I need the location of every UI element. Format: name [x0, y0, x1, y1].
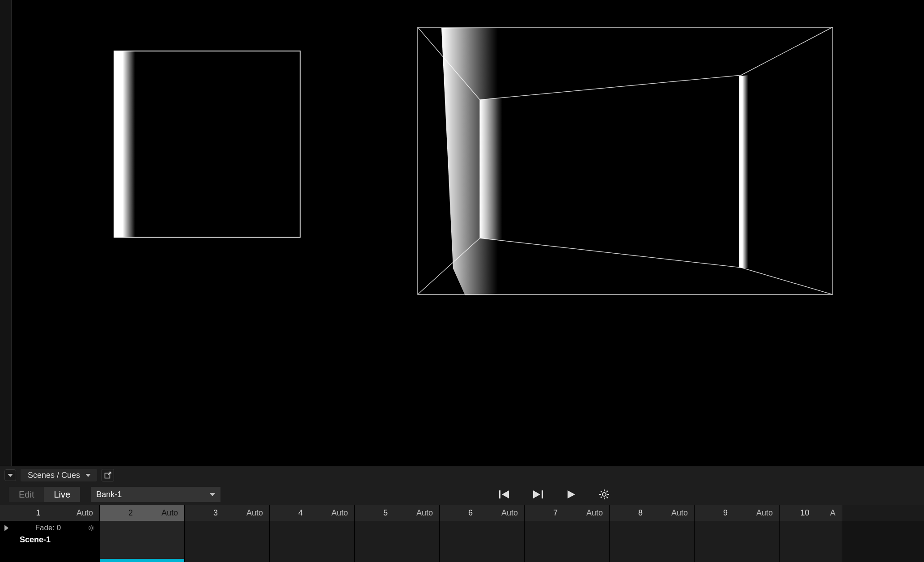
cue-cell[interactable] [355, 521, 440, 562]
svg-marker-12 [533, 490, 540, 498]
scene-name-label: Scene-1 [4, 535, 95, 545]
live-mode-label: Live [54, 490, 70, 500]
panel-disclosure-button[interactable] [4, 469, 16, 481]
settings-button[interactable] [598, 489, 611, 500]
cue-header-cell[interactable]: 8 Auto [610, 505, 695, 521]
cue-cell[interactable] [610, 521, 695, 562]
play-icon[interactable] [4, 525, 8, 531]
panel-title-label: Scenes / Cues [28, 471, 80, 480]
svg-marker-8 [739, 75, 748, 268]
left-rail [0, 0, 12, 466]
svg-line-20 [601, 491, 602, 492]
transport-controls [498, 489, 611, 500]
cue-header-cell[interactable]: 6 Auto [440, 505, 525, 521]
viewport-right[interactable] [409, 0, 924, 466]
cue-col-number: 7 [525, 508, 586, 518]
go-to-start-button[interactable] [498, 490, 512, 499]
cue-cell[interactable] [525, 521, 610, 562]
gear-icon[interactable] [88, 524, 95, 532]
cue-col-auto: A [830, 508, 835, 518]
play-icon [566, 490, 576, 499]
cue-row: Fade: 0 Scene-1 [0, 521, 924, 562]
cue-cell[interactable] [100, 521, 185, 562]
cue-col-auto: Auto [416, 508, 433, 518]
skip-forward-icon [532, 490, 544, 499]
cue-col-number: 9 [695, 508, 756, 518]
svg-line-29 [89, 526, 89, 526]
cue-cell[interactable] [185, 521, 270, 562]
cue-header-cell[interactable]: 10 A [780, 505, 842, 521]
svg-marker-5 [480, 75, 741, 268]
cue-header-row: 1 Auto 2 Auto 3 Auto 4 Auto 5 Auto 6 Aut… [0, 505, 924, 521]
cue-col-auto: Auto [331, 508, 348, 518]
svg-line-22 [606, 491, 608, 492]
go-to-end-button[interactable] [531, 490, 545, 499]
cue-col-number: 10 [780, 508, 830, 518]
panel-title-dropdown[interactable]: Scenes / Cues [21, 469, 97, 481]
cue-col-number: 4 [270, 508, 331, 518]
cue-header-cell[interactable]: 3 Auto [185, 505, 270, 521]
svg-line-30 [93, 529, 93, 530]
svg-rect-13 [542, 490, 543, 498]
cue-col-auto: Auto [501, 508, 518, 518]
cue-col-number: 1 [0, 508, 76, 518]
svg-line-21 [606, 497, 608, 498]
bank-select-label: Bank-1 [96, 490, 122, 499]
cue-col-auto: Auto [756, 508, 773, 518]
cue-row-info[interactable]: Fade: 0 Scene-1 [0, 521, 100, 562]
cue-header-spacer: 1 Auto [0, 505, 100, 521]
bank-select[interactable]: Bank-1 [91, 487, 220, 502]
cue-col-number: 5 [355, 508, 416, 518]
cue-header-cell[interactable]: 5 Auto [355, 505, 440, 521]
cue-header-cell[interactable]: 4 Auto [270, 505, 355, 521]
cue-cell[interactable] [440, 521, 525, 562]
chevron-down-icon [8, 474, 13, 477]
svg-marker-7 [480, 98, 502, 241]
svg-marker-14 [568, 490, 575, 498]
toolbar: Edit Live Bank-1 [0, 484, 924, 505]
chevron-down-icon [85, 474, 91, 477]
cue-col-auto: Auto [586, 508, 603, 518]
cue-col-number: 3 [185, 508, 246, 518]
skip-back-icon [499, 490, 511, 499]
preview-surface[interactable] [114, 51, 301, 238]
svg-line-31 [93, 526, 93, 526]
cue-col-auto: Auto [246, 508, 263, 518]
cue-header-cell[interactable]: 2 Auto [100, 505, 185, 521]
popout-icon [104, 472, 111, 479]
cue-col-auto: Auto [161, 508, 178, 518]
viewport-right-canvas [417, 27, 833, 298]
bottom-panel: Scenes / Cues Edit Live Bank-1 [0, 466, 924, 562]
svg-rect-10 [499, 490, 500, 498]
edit-mode-button[interactable]: Edit [9, 487, 44, 502]
play-button[interactable] [564, 490, 578, 499]
cue-col-auto: Auto [671, 508, 688, 518]
svg-point-24 [90, 527, 92, 529]
gear-icon [599, 489, 610, 500]
svg-line-23 [601, 497, 602, 498]
cue-col-number: 6 [440, 508, 501, 518]
cue-cell[interactable] [270, 521, 355, 562]
popout-button[interactable] [102, 469, 114, 481]
panel-header: Scenes / Cues [0, 466, 924, 484]
edit-mode-label: Edit [19, 490, 34, 500]
viewport-left[interactable] [12, 0, 409, 466]
cue-cell[interactable] [780, 521, 842, 562]
viewport-area [0, 0, 924, 466]
svg-point-15 [602, 493, 606, 496]
cue-header-cell[interactable]: 9 Auto [695, 505, 780, 521]
svg-line-32 [89, 529, 89, 530]
cue-cell[interactable] [695, 521, 780, 562]
cue-col-number: 2 [100, 508, 161, 518]
svg-marker-11 [502, 490, 509, 498]
cue-col-number: 8 [610, 508, 671, 518]
app-root: Scenes / Cues Edit Live Bank-1 [0, 0, 924, 562]
fade-label: Fade: 0 [35, 524, 61, 532]
cue-col-auto: Auto [76, 508, 93, 518]
chevron-down-icon [210, 493, 215, 496]
live-mode-button[interactable]: Live [44, 487, 80, 502]
cue-header-cell[interactable]: 7 Auto [525, 505, 610, 521]
